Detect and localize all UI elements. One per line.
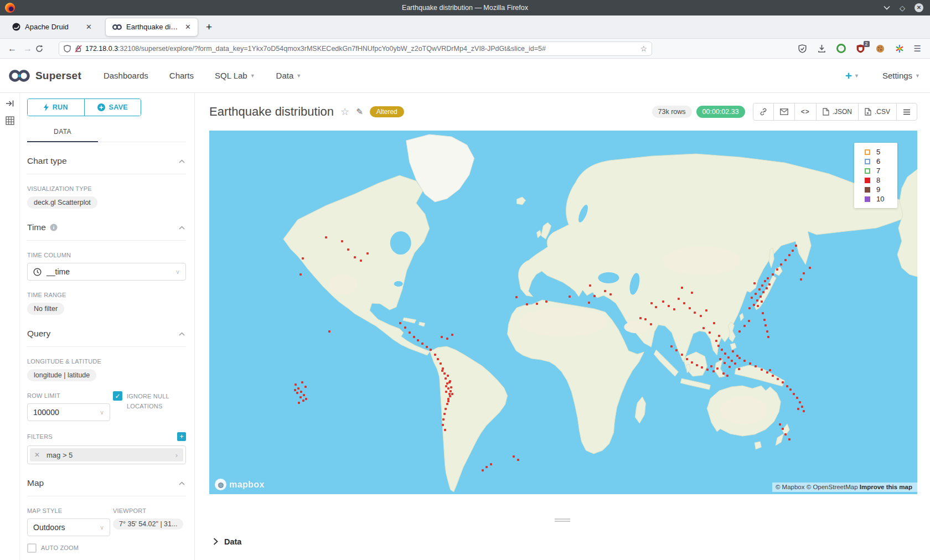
earthquake-point[interactable] <box>490 463 492 465</box>
earthquake-point[interactable] <box>449 395 451 397</box>
earthquake-point[interactable] <box>691 292 693 294</box>
earthquake-point[interactable] <box>588 302 590 304</box>
back-button[interactable]: ← <box>4 44 20 54</box>
earthquake-point[interactable] <box>726 375 728 377</box>
earthquake-point[interactable] <box>761 369 763 371</box>
earthquake-point[interactable] <box>727 356 730 359</box>
reload-button[interactable] <box>35 45 51 53</box>
earthquake-point[interactable] <box>717 345 720 347</box>
earthquake-point[interactable] <box>668 305 670 307</box>
earthquake-point[interactable] <box>709 331 711 334</box>
earthquake-point[interactable] <box>446 403 448 405</box>
tab-data[interactable]: DATA <box>27 123 98 142</box>
window-minimize-icon[interactable] <box>884 6 890 10</box>
earthquake-point[interactable] <box>447 387 450 390</box>
earthquake-point[interactable] <box>442 418 445 421</box>
earthquake-point[interactable] <box>639 317 642 319</box>
legend-item-6[interactable]: 6 <box>865 157 897 166</box>
earthquake-point[interactable] <box>738 368 740 370</box>
earthquake-point[interactable] <box>446 338 448 340</box>
earthquake-point[interactable] <box>294 389 296 391</box>
earthquake-point[interactable] <box>482 469 484 471</box>
data-panel-toggle[interactable]: Data <box>195 537 930 546</box>
earthquake-point[interactable] <box>442 424 444 426</box>
superset-brand[interactable]: Superset <box>8 69 81 83</box>
filter-chip[interactable]: ✕ mag > 5 › <box>30 448 183 462</box>
earthquake-point[interactable] <box>341 240 343 242</box>
chevron-right-icon[interactable]: › <box>170 451 183 459</box>
embed-code-button[interactable]: <> <box>794 103 817 121</box>
earthquake-point[interactable] <box>517 459 519 461</box>
earthquake-point[interactable] <box>736 355 738 357</box>
viz-type-value[interactable]: deck.gl Scatterplot <box>27 196 97 209</box>
earthquake-point[interactable] <box>772 375 774 377</box>
copy-link-button[interactable] <box>753 103 774 121</box>
altered-badge[interactable]: Altered <box>370 106 404 117</box>
run-button[interactable]: RUN <box>28 99 84 116</box>
row-limit-select[interactable]: 100000 ∨ <box>27 403 110 421</box>
earthquake-point[interactable] <box>766 330 768 333</box>
earthquake-point[interactable] <box>445 391 447 393</box>
earthquake-point[interactable] <box>360 260 362 262</box>
earthquake-point[interactable] <box>409 331 411 334</box>
earthquake-point[interactable] <box>755 293 757 295</box>
earthquake-point[interactable] <box>650 302 653 304</box>
nav-item-sql-lab[interactable]: SQL Lab▼ <box>215 71 255 80</box>
window-maximize-icon[interactable]: ◇ <box>900 4 905 12</box>
earthquake-point[interactable] <box>796 397 798 399</box>
earthquake-point[interactable] <box>437 358 439 360</box>
earthquake-point[interactable] <box>767 277 769 279</box>
earthquake-point[interactable] <box>589 284 591 287</box>
earthquake-point[interactable] <box>399 322 401 324</box>
add-filter-button[interactable]: + <box>177 432 186 441</box>
firefox-menu-icon[interactable]: ☰ <box>914 44 921 54</box>
earthquake-point[interactable] <box>681 354 683 356</box>
earthquake-point[interactable] <box>702 327 705 329</box>
ignore-null-checkbox[interactable]: ✓ <box>113 391 122 401</box>
earthquake-point[interactable] <box>789 388 792 391</box>
earthquake-point[interactable] <box>780 263 782 266</box>
tab-apache-druid[interactable]: Apache Druid ✕ <box>6 18 99 37</box>
earthquake-point[interactable] <box>769 369 771 371</box>
earthquake-point[interactable] <box>515 296 518 298</box>
earthquake-point[interactable] <box>728 366 731 368</box>
earthquake-point[interactable] <box>762 312 764 314</box>
earthquake-point[interactable] <box>328 330 330 333</box>
earthquake-point[interactable] <box>756 299 758 302</box>
earthquake-point[interactable] <box>440 362 442 365</box>
legend-item-9[interactable]: 9 <box>865 185 897 194</box>
new-tab-button[interactable]: + <box>206 22 212 32</box>
section-time[interactable]: Time i <box>27 209 186 240</box>
earthquake-point[interactable] <box>426 346 428 348</box>
earthquake-point[interactable] <box>445 385 447 387</box>
earthquake-point[interactable] <box>366 252 369 255</box>
earthquake-point[interactable] <box>417 339 419 341</box>
earthquake-point[interactable] <box>706 369 709 371</box>
earthquake-point[interactable] <box>443 372 446 375</box>
bookmark-star-icon[interactable]: ☆ <box>640 44 647 53</box>
earthquake-point[interactable] <box>788 254 790 256</box>
earthquake-point[interactable] <box>300 391 302 393</box>
earthquake-point[interactable] <box>421 343 423 345</box>
earthquake-point[interactable] <box>662 300 664 303</box>
extension-cookie-icon[interactable] <box>875 44 885 54</box>
earthquake-point[interactable] <box>784 259 787 261</box>
earthquake-point[interactable] <box>304 386 307 388</box>
earthquake-point[interactable] <box>743 360 746 362</box>
earthquake-point[interactable] <box>732 350 734 352</box>
legend-item-7[interactable]: 7 <box>865 166 897 175</box>
viewport-value[interactable]: 7° 35' 54.02" | 31... <box>113 518 183 530</box>
earthquake-point[interactable] <box>681 287 683 289</box>
earthquake-point[interactable] <box>447 400 450 402</box>
earthquake-point[interactable] <box>722 372 725 375</box>
earthquake-point[interactable] <box>450 386 452 388</box>
tab-earthquake-distribution[interactable]: Earthquake distribution ✕ <box>105 18 198 37</box>
earthquake-point[interactable] <box>447 375 449 377</box>
attribution-mapbox[interactable]: © Mapbox <box>776 484 805 490</box>
earthquake-point[interactable] <box>757 305 759 307</box>
earthquake-point[interactable] <box>430 349 432 351</box>
earthquake-point[interactable] <box>451 393 453 395</box>
earthquake-point[interactable] <box>755 365 757 367</box>
earthquake-point[interactable] <box>413 336 415 338</box>
earthquake-point[interactable] <box>715 340 717 342</box>
